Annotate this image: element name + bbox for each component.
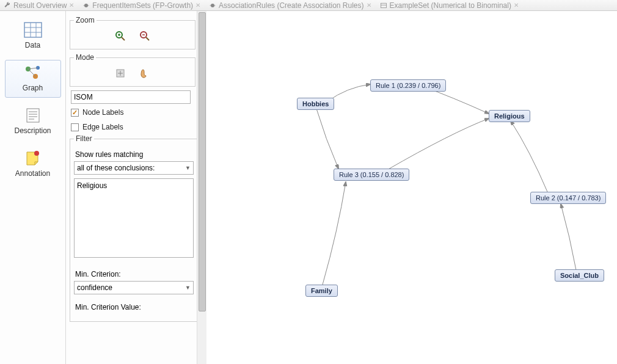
result-tabs: Result Overview✕ FrequentItemSets (FP-Gr… — [0, 0, 617, 11]
zoom-panel: Zoom — [70, 16, 195, 49]
graph-node-hobbies[interactable]: Hobbies — [297, 98, 334, 110]
edge-labels-label: Edge Labels — [82, 123, 123, 131]
edge-labels-check[interactable]: Edge Labels — [68, 120, 206, 134]
svg-rect-16 — [27, 109, 39, 122]
view-data[interactable]: Data — [5, 17, 61, 55]
zoom-out-icon[interactable] — [139, 31, 150, 42]
min-criterion-select[interactable]: confidence ▼ — [74, 281, 194, 294]
svg-line-27 — [146, 37, 149, 40]
view-description-label: Description — [14, 126, 51, 135]
node-labels-label: Node Labels — [82, 108, 123, 117]
svg-line-15 — [28, 69, 35, 76]
note-icon — [23, 150, 43, 167]
view-description[interactable]: Description — [5, 103, 61, 140]
svg-rect-6 — [24, 23, 42, 37]
svg-point-21 — [34, 151, 39, 156]
svg-line-23 — [122, 37, 125, 40]
grid-icon — [23, 21, 43, 38]
checkbox-icon — [71, 123, 79, 131]
tab-exampleset[interactable]: ExampleSet (Numerical to Binominal)✕ — [380, 1, 519, 10]
layout-combo-value: ISOM — [74, 93, 93, 101]
table-icon — [380, 2, 387, 9]
show-rules-label: Show rules matching — [74, 147, 194, 161]
list-item[interactable]: Religious — [77, 181, 191, 190]
description-icon — [23, 107, 43, 124]
view-switcher: Data Graph Description Annotation — [0, 11, 66, 364]
conclusion-select-value: all of these conclusions: — [77, 164, 155, 172]
graph-edges — [206, 11, 617, 364]
filter-legend: Filter — [74, 134, 94, 143]
bug-icon — [209, 2, 216, 9]
graph-node-rule2[interactable]: Rule 2 (0.147 / 0.783) — [530, 192, 606, 204]
conclusion-list[interactable]: Religious — [74, 178, 194, 258]
select-mode-icon[interactable] — [139, 68, 150, 79]
view-annotation-label: Annotation — [15, 169, 50, 178]
svg-rect-4 — [381, 3, 386, 8]
conclusion-select[interactable]: all of these conclusions: ▼ — [74, 161, 194, 175]
min-criterion-value-label: Min. Criterion Value: — [74, 299, 194, 314]
zoom-legend: Zoom — [74, 16, 97, 24]
graph-node-social-club[interactable]: Social_Club — [555, 269, 604, 282]
graph-node-rule1[interactable]: Rule 1 (0.239 / 0.796) — [370, 79, 446, 92]
chevron-down-icon: ▼ — [185, 285, 191, 291]
view-data-label: Data — [25, 41, 40, 49]
graph-canvas[interactable]: Hobbies Religious Family Social_Club Rul… — [206, 11, 617, 364]
settings-panel: Zoom Mode ISOM Node Labels Edge Labels — [66, 11, 206, 364]
graph-node-religious[interactable]: Religious — [489, 110, 530, 122]
checkbox-icon — [71, 109, 79, 117]
mode-panel: Mode — [70, 53, 195, 87]
graph-node-rule3[interactable]: Rule 3 (0.155 / 0.828) — [334, 169, 409, 181]
view-graph[interactable]: Graph — [5, 60, 61, 98]
view-graph-label: Graph — [23, 84, 43, 92]
scroll-thumb[interactable] — [199, 12, 206, 311]
close-icon[interactable]: ✕ — [514, 2, 519, 9]
chevron-down-icon: ▼ — [185, 165, 191, 171]
tab-association-rules[interactable]: AssociationRules (Create Association Rul… — [209, 1, 371, 10]
min-criterion-label: Min. Criterion: — [74, 266, 194, 281]
move-mode-icon[interactable] — [115, 68, 126, 79]
close-icon[interactable]: ✕ — [367, 2, 371, 9]
zoom-in-icon[interactable] — [115, 31, 126, 42]
view-annotation[interactable]: Annotation — [5, 145, 61, 183]
settings-scrollbar[interactable] — [197, 11, 206, 364]
wrench-icon — [4, 2, 11, 9]
graph-node-family[interactable]: Family — [305, 285, 338, 297]
layout-combo[interactable]: ISOM — [71, 90, 191, 104]
close-icon[interactable]: ✕ — [69, 2, 74, 9]
min-criterion-value: confidence — [77, 283, 112, 292]
bug-icon — [82, 2, 90, 9]
filter-panel: Filter Show rules matching all of these … — [70, 134, 198, 322]
tab-result-overview[interactable]: Result Overview✕ — [4, 1, 74, 10]
node-labels-check[interactable]: Node Labels — [68, 105, 206, 120]
graph-icon — [23, 64, 43, 81]
close-icon[interactable]: ✕ — [195, 2, 200, 9]
tab-frequent-itemsets[interactable]: FrequentItemSets (FP-Growth)✕ — [82, 1, 200, 10]
mode-legend: Mode — [74, 53, 96, 62]
